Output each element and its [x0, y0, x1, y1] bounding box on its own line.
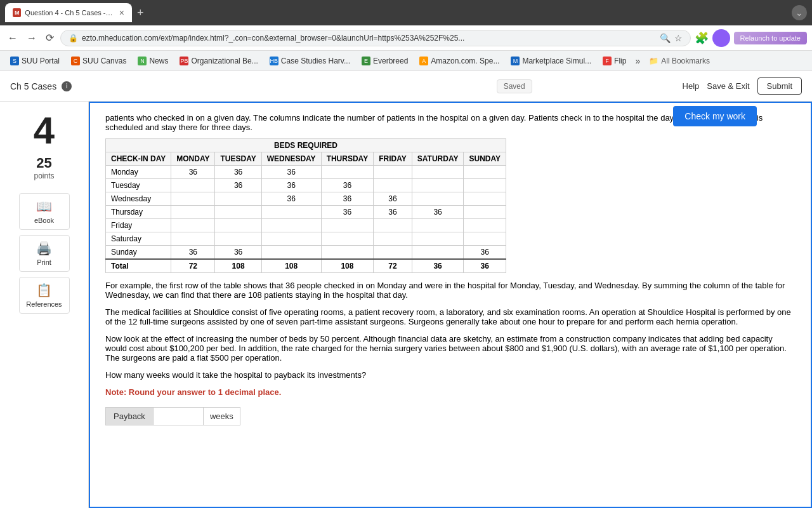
- active-tab[interactable]: M Question 4 - Ch 5 Cases - C... ×: [5, 3, 132, 22]
- question-text: How many weeks would it take the hospita…: [105, 370, 796, 380]
- table-row: Wednesday 363636: [106, 192, 506, 206]
- flip-label: Flip: [614, 57, 626, 65]
- reload-button[interactable]: ⟳: [43, 30, 56, 45]
- tab-title: Question 4 - Ch 5 Cases - C...: [25, 9, 114, 17]
- marketplace-favicon: M: [511, 57, 520, 65]
- bookmarks-bar: S SUU Portal C SUU Canvas N News PB Orga…: [0, 51, 812, 71]
- bookmark-marketplace[interactable]: M Marketplace Simul...: [506, 55, 596, 67]
- payback-input[interactable]: [153, 407, 204, 425]
- case-studies-label: Case Studies Harv...: [281, 57, 350, 65]
- address-text: ezto.mheducation.com/ext/map/index.html?…: [82, 34, 656, 43]
- tab-favicon: M: [13, 8, 21, 17]
- points-label: points: [34, 171, 54, 180]
- address-bar-row: ← → ⟳ 🔒 ezto.mheducation.com/ext/map/ind…: [0, 25, 812, 51]
- suu-canvas-label: SUU Canvas: [82, 57, 126, 65]
- everbreed-label: Everbreed: [373, 57, 408, 65]
- bookmarks-more-button[interactable]: »: [632, 56, 643, 66]
- references-label: References: [26, 300, 62, 308]
- bookmark-everbreed[interactable]: E Everbreed: [357, 55, 413, 67]
- address-bar[interactable]: 🔒 ezto.mheducation.com/ext/map/index.htm…: [60, 30, 691, 46]
- bookmark-suu-canvas[interactable]: C SUU Canvas: [66, 55, 131, 67]
- help-link[interactable]: Help: [683, 81, 700, 91]
- table-row: Friday: [106, 219, 506, 232]
- col-thursday: THURSDAY: [321, 152, 374, 166]
- extensions-button[interactable]: 🧩: [695, 31, 709, 45]
- check-my-work-button[interactable]: Check my work: [673, 106, 757, 126]
- save-exit-link[interactable]: Save & Exit: [707, 81, 749, 91]
- marketplace-label: Marketplace Simul...: [522, 57, 591, 65]
- profile-button[interactable]: [712, 29, 730, 47]
- table-row: Sunday 363636: [106, 246, 506, 260]
- amazon-favicon: A: [419, 57, 428, 65]
- ebook-icon: 📖: [36, 199, 52, 214]
- table-caption: BEDS REQUIRED: [106, 139, 506, 152]
- star-icon-btn[interactable]: ☆: [674, 33, 683, 43]
- question-number: 4: [34, 112, 55, 150]
- col-checkin-day: CHECK-IN DAY: [106, 152, 171, 166]
- bookmark-flip[interactable]: F Flip: [598, 55, 631, 67]
- browser-chrome: M Question 4 - Ch 5 Cases - C... × + ⌄: [0, 0, 812, 25]
- search-icon-btn[interactable]: 🔍: [660, 33, 671, 43]
- sidebar: 4 25 points 📖 eBook 🖨️ Print 📋 Reference…: [0, 102, 89, 508]
- table-row: Saturday: [106, 232, 506, 246]
- facilities-text: The medical facilities at Shouldice cons…: [105, 307, 796, 326]
- col-sunday: SUNDAY: [464, 152, 506, 166]
- content-area: patients who checked in on a given day. …: [89, 102, 812, 508]
- org-be-label: Organizational Be...: [191, 57, 258, 65]
- case-studies-favicon: HB: [270, 57, 278, 65]
- table-row: Monday 363636: [106, 166, 506, 179]
- bookmarks-folder[interactable]: 📁 All Bookmarks: [644, 55, 715, 67]
- news-label: News: [149, 57, 168, 65]
- flip-favicon: F: [603, 57, 612, 65]
- col-tuesday: TUESDAY: [215, 152, 261, 166]
- references-icon: 📋: [36, 283, 52, 298]
- bookmark-case-studies[interactable]: HB Case Studies Harv...: [265, 55, 355, 67]
- col-monday: MONDAY: [171, 152, 215, 166]
- bookmark-amazon[interactable]: A Amazon.com. Spe...: [414, 55, 504, 67]
- header-buttons: Help Save & Exit Submit: [683, 77, 802, 95]
- expand-button[interactable]: ⌄: [792, 5, 807, 20]
- app-title-section: Ch 5 Cases i: [10, 81, 346, 91]
- ebook-button[interactable]: 📖 eBook: [19, 193, 70, 230]
- col-wednesday: WEDNESDAY: [261, 152, 321, 166]
- print-button[interactable]: 🖨️ Print: [19, 235, 70, 272]
- tab-close-button[interactable]: ×: [119, 8, 124, 18]
- main-layout: 4 25 points 📖 eBook 🖨️ Print 📋 Reference…: [0, 102, 812, 508]
- suu-portal-favicon: S: [10, 57, 19, 65]
- news-favicon: N: [138, 57, 147, 65]
- bookmark-news[interactable]: N News: [133, 55, 173, 67]
- weeks-label: weeks: [204, 407, 240, 425]
- back-button[interactable]: ←: [5, 31, 20, 45]
- submit-button[interactable]: Submit: [757, 77, 802, 95]
- amazon-label: Amazon.com. Spe...: [431, 57, 499, 65]
- org-be-favicon: PB: [180, 57, 188, 65]
- beds-table: BEDS REQUIRED CHECK-IN DAY MONDAY TUESDA…: [105, 138, 506, 273]
- saved-badge: Saved: [497, 79, 532, 93]
- app-title-text: Ch 5 Cases: [10, 81, 56, 91]
- col-friday: FRIDAY: [374, 152, 412, 166]
- table-row: Tuesday 363636: [106, 179, 506, 192]
- answer-section: Payback weeks: [105, 407, 796, 425]
- table-row: Thursday 363636: [106, 206, 506, 219]
- suu-canvas-favicon: C: [71, 57, 80, 65]
- everbreed-favicon: E: [362, 57, 370, 65]
- bookmark-suu-portal[interactable]: S SUU Portal: [5, 55, 65, 67]
- references-button[interactable]: 📋 References: [19, 277, 70, 314]
- suu-portal-label: SUU Portal: [22, 57, 60, 65]
- beds-increase-text: Now look at the effect of increasing the…: [105, 334, 796, 363]
- all-bookmarks-label: All Bookmarks: [661, 57, 710, 65]
- bookmark-org-be[interactable]: PB Organizational Be...: [174, 55, 263, 67]
- points-value: 25: [34, 155, 54, 171]
- note-text: Note: Round your answer to 1 decimal pla…: [105, 387, 796, 397]
- folder-icon: 📁: [649, 57, 658, 65]
- print-label: Print: [37, 258, 51, 266]
- info-icon[interactable]: i: [62, 81, 72, 91]
- relaunch-button[interactable]: Relaunch to update: [734, 32, 807, 44]
- new-tab-button[interactable]: +: [134, 6, 147, 20]
- col-saturday: SATURDAY: [412, 152, 464, 166]
- points-section: 25 points: [34, 155, 54, 180]
- total-row: Total 72108108108723636: [106, 259, 506, 273]
- forward-button[interactable]: →: [24, 31, 39, 45]
- tab-bar: M Question 4 - Ch 5 Cases - C... × +: [5, 3, 788, 22]
- print-icon: 🖨️: [36, 241, 52, 256]
